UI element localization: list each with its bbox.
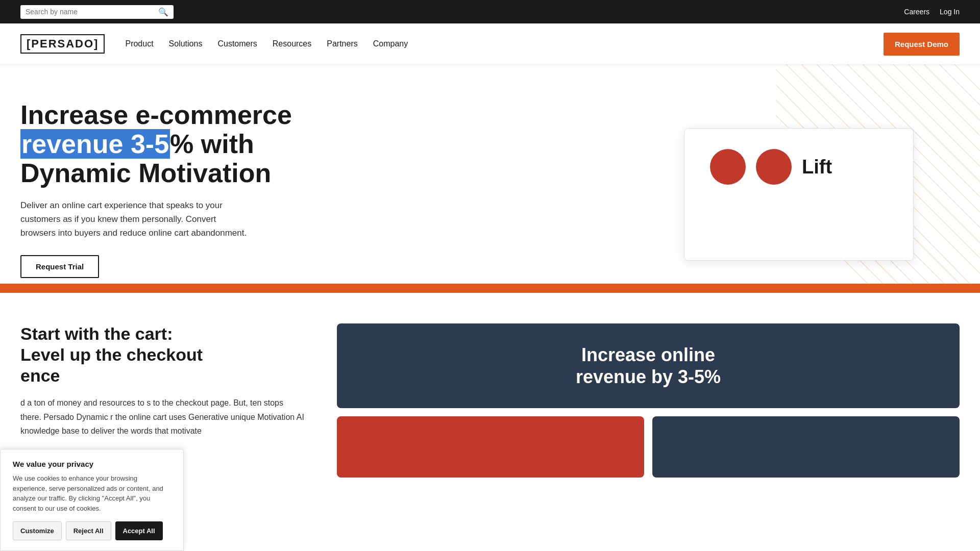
login-link[interactable]: Log In xyxy=(940,8,960,16)
red-circle-2 xyxy=(756,149,792,185)
lower-text: Start with the cart: Level up the checko… xyxy=(20,323,306,438)
stat-card-main: Increase online revenue by 3-5% xyxy=(337,323,960,408)
careers-link[interactable]: Careers xyxy=(904,8,929,16)
nav-item-resources[interactable]: Resources xyxy=(273,39,311,48)
hero-section: Increase e-commerce revenue 3-5% with Dy… xyxy=(0,64,980,284)
nav-item-customers[interactable]: Customers xyxy=(217,39,257,48)
cookie-text: We use cookies to enhance your browsing … xyxy=(13,473,171,508)
stat-card-gray xyxy=(652,416,960,478)
hero-content: Increase e-commerce revenue 3-5% with Dy… xyxy=(20,101,357,278)
top-bar-links: Careers Log In xyxy=(904,8,960,16)
lift-label: Lift xyxy=(802,156,832,178)
lower-heading: Start with the cart: Level up the checko… xyxy=(20,323,306,386)
lower-body: d a ton of money and resources to s to t… xyxy=(20,396,306,438)
nav-item-company[interactable]: Company xyxy=(373,39,408,48)
search-input[interactable] xyxy=(26,8,158,16)
hero-card: Lift xyxy=(684,128,914,261)
svg-line-8 xyxy=(924,64,980,120)
search-box[interactable]: 🔍 xyxy=(20,5,174,19)
hero-title-highlight: revenue 3-5 xyxy=(20,129,170,159)
request-trial-button[interactable]: Request Trial xyxy=(20,255,99,278)
cookie-title: We value your privacy xyxy=(13,460,171,468)
cookie-banner: We value your privacy We use cookies to … xyxy=(0,449,184,508)
stat-card-red xyxy=(337,416,644,478)
top-bar: 🔍 Careers Log In xyxy=(0,0,980,23)
nav-links: Product Solutions Customers Resources Pa… xyxy=(125,39,884,48)
red-circle-1 xyxy=(710,149,746,185)
hero-card-icons: Lift xyxy=(710,149,888,185)
lower-cards: Increase online revenue by 3-5% xyxy=(337,323,960,478)
orange-bar xyxy=(0,284,980,293)
nav-item-solutions[interactable]: Solutions xyxy=(169,39,203,48)
svg-line-7 xyxy=(909,64,980,136)
search-button[interactable]: 🔍 xyxy=(158,7,168,17)
stat-text: Increase online revenue by 3-5% xyxy=(576,344,721,388)
nav-item-partners[interactable]: Partners xyxy=(327,39,357,48)
request-demo-button[interactable]: Request Demo xyxy=(884,33,960,56)
logo[interactable]: [PERSADO] xyxy=(20,34,105,54)
navbar: [PERSADO] Product Solutions Customers Re… xyxy=(0,23,980,64)
hero-title: Increase e-commerce revenue 3-5% with Dy… xyxy=(20,101,357,188)
svg-line-10 xyxy=(954,64,980,90)
svg-line-9 xyxy=(939,64,980,105)
hero-description: Deliver an online cart experience that s… xyxy=(20,198,250,240)
hero-title-part1: Increase e-commerce xyxy=(20,100,292,130)
nav-item-product[interactable]: Product xyxy=(125,39,153,48)
